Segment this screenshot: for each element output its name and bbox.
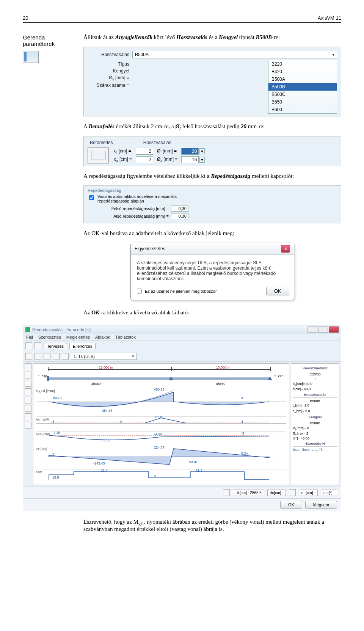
dont-show-label: Ez az üzenet ne jelenjen meg többször <box>145 289 217 294</box>
chart-area: 12,000 m 10,000 m 1. csp. 3. csp. 40x60 … <box>33 363 289 485</box>
tool-icon[interactable] <box>25 413 31 420</box>
ca-label: ca [cm] = <box>114 157 132 163</box>
chart-asa: Asa [cm²] -4.49 -17.35 -4.49 -3 <box>36 431 286 444</box>
menu-item[interactable]: Táblázatok <box>115 335 136 339</box>
tool-icon[interactable] <box>35 353 41 360</box>
list-item[interactable]: B500A <box>268 75 337 83</box>
paragraph-6: Észrevehető, hogy az My,Ed nyomatéki ábr… <box>83 519 341 532</box>
ok-button[interactable]: OK <box>266 287 289 295</box>
window-title: Gerendavasalás - Eurocode [H] <box>32 327 91 332</box>
properties-panel: Keresztmetszet C25/30 I bw[cm]= 40,0 h[c… <box>291 363 339 485</box>
section-right-label: 48x60 <box>216 382 226 386</box>
cf-input[interactable]: 2 <box>136 148 153 155</box>
section-title-line2: paraméterek <box>23 41 72 47</box>
cover-panel: Betonfedés Hosszvasalás cf [cm] = 2 Øf [… <box>83 137 341 166</box>
tool-icon[interactable] <box>53 353 60 360</box>
tool-icon[interactable] <box>289 489 296 496</box>
node-left: 1. csp. <box>38 374 48 378</box>
chevron-down-icon[interactable]: ▾ <box>199 157 205 163</box>
dont-show-checkbox[interactable] <box>137 289 142 294</box>
diameter-label: Øk [mm] = <box>88 75 129 81</box>
span-dimensions: 12,000 m 10,000 m <box>36 367 286 372</box>
paragraph-1: Állítsuk át az Anyagjellemzők közt lévő … <box>83 34 341 41</box>
chart-asf: Asf [cm²] 3 0 23.19 3 <box>36 416 286 430</box>
legs-label: Szárak száma = <box>88 83 129 88</box>
cf-label: cf [cm] = <box>114 148 132 154</box>
steel-grade-list[interactable]: B220 B420 B500A B500B B500C B550 B600 <box>268 60 337 114</box>
auto-increase-label: Vasalás automatikus növelése a maximális… <box>97 194 188 203</box>
top-crack-input[interactable]: 0,30 <box>171 206 188 212</box>
stirrup-label: Kengyel <box>88 68 129 74</box>
paragraph-4: Az OK-val bezárva az adatbevitelt a köve… <box>83 230 341 237</box>
cover-header: Betonfedés <box>90 140 113 145</box>
longreinf-header: Hosszvasalás <box>143 140 171 145</box>
toolbar: Tervezés Ellenőrzés <box>23 341 341 351</box>
menu-item[interactable]: Megjelenítés <box>66 335 90 339</box>
ca-input[interactable]: 2 <box>136 156 153 163</box>
tool-icon[interactable] <box>25 422 31 429</box>
menu-item[interactable]: Fájl <box>26 335 33 339</box>
list-item-selected[interactable]: B500B <box>268 83 337 91</box>
beam-params-icon[interactable] <box>23 51 39 63</box>
minimize-icon[interactable] <box>308 326 317 333</box>
copy-icon[interactable] <box>35 342 41 349</box>
print-icon[interactable] <box>25 342 32 349</box>
status-dr: d r[cm] : <box>299 490 318 496</box>
paragraph-5: Az OK-ra klikkelve a következő ablak lát… <box>83 309 341 316</box>
tool-icon[interactable] <box>62 353 69 360</box>
menu-item[interactable]: Ablakok <box>95 335 110 339</box>
beam-reinforcement-window: Gerendavasalás - Eurocode [H] Fájl Szerk… <box>23 325 341 511</box>
tool-icon[interactable] <box>223 489 230 496</box>
tool-icon[interactable] <box>25 405 31 412</box>
zoom-out-icon[interactable] <box>25 380 31 387</box>
menu-item[interactable]: Szerkesztés <box>38 335 61 339</box>
chevron-down-icon[interactable]: ▾ <box>199 148 205 154</box>
zoom-fit-icon[interactable] <box>25 388 31 395</box>
chart-asw: asw 15.5 31.4 9 31.4 <box>36 469 286 482</box>
app-icon <box>25 327 30 332</box>
chart-vz: Vz [kN] 3 -143.43 224.07 -93.07 9.34 <box>36 446 286 468</box>
close-icon[interactable]: ✕ <box>281 245 290 253</box>
page-number: 20 <box>23 15 28 21</box>
chart-moment: My,Ed [kNm] 59.19 -354.63 480.69 3 <box>36 388 286 415</box>
list-item[interactable]: B550 <box>268 98 337 106</box>
pan-icon[interactable] <box>25 397 31 403</box>
cancel-button[interactable]: Mégsem <box>305 501 337 509</box>
top-crack-label: Felső repedéstágasság [mm] = <box>97 206 169 211</box>
load-case-dropdown[interactable]: 1. Tk (ULS)▾ <box>71 353 137 360</box>
select-icon[interactable] <box>25 363 31 370</box>
list-item[interactable]: B600 <box>268 106 337 113</box>
tool-icon[interactable] <box>44 353 50 360</box>
list-item[interactable]: B420 <box>268 68 337 75</box>
oa-input[interactable]: 16 <box>181 156 199 163</box>
zoom-in-icon[interactable] <box>25 372 31 378</box>
page-title: AxisVM 11 <box>318 15 341 21</box>
paragraph-2: A Betonfedés értékét állítsuk 2 cm-re, a… <box>83 123 341 130</box>
tool-icon[interactable] <box>25 353 32 360</box>
ok-button[interactable]: OK <box>280 501 302 509</box>
bottom-crack-label: Alsó repedéstágasság [mm] = <box>97 214 169 218</box>
menu-bar[interactable]: Fájl Szerkesztés Megjelenítés Ablakok Tá… <box>23 334 341 341</box>
tab-design[interactable]: Tervezés <box>44 343 67 349</box>
section-left-label: 40x60 <box>91 382 101 386</box>
oa-label: Øa [mm] = <box>157 157 177 163</box>
type-label: Típus <box>88 61 129 67</box>
tab-check[interactable]: Ellenőrzés <box>69 343 96 349</box>
crack-panel: Repedéstágasság Vasalás automatikus növe… <box>83 185 341 223</box>
long-reinf-dropdown[interactable]: B500A▾ <box>132 51 337 58</box>
of-input[interactable]: 20 <box>181 148 199 155</box>
toolbar-2: 1. Tk (ULS)▾ <box>23 351 341 362</box>
auto-increase-checkbox[interactable] <box>89 195 94 200</box>
maximize-icon[interactable] <box>318 326 328 333</box>
list-item[interactable]: B220 <box>268 60 337 68</box>
dialog-body: A szükséges vasmennyiséget ULS, a repedé… <box>131 255 294 287</box>
section-title-line1: Gerenda <box>23 34 72 41</box>
dialog-title: Figyelmeztetés <box>135 246 165 251</box>
cross-section-icon[interactable] <box>88 148 109 163</box>
bottom-crack-input[interactable]: 0,30 <box>171 213 188 219</box>
of-label: Øf [mm] = <box>157 148 177 154</box>
list-item[interactable]: B500C <box>268 91 337 98</box>
status-dc: dc[cm] : <box>267 490 286 496</box>
close-icon[interactable] <box>329 326 339 333</box>
node-right: 3. csp. <box>274 374 284 378</box>
